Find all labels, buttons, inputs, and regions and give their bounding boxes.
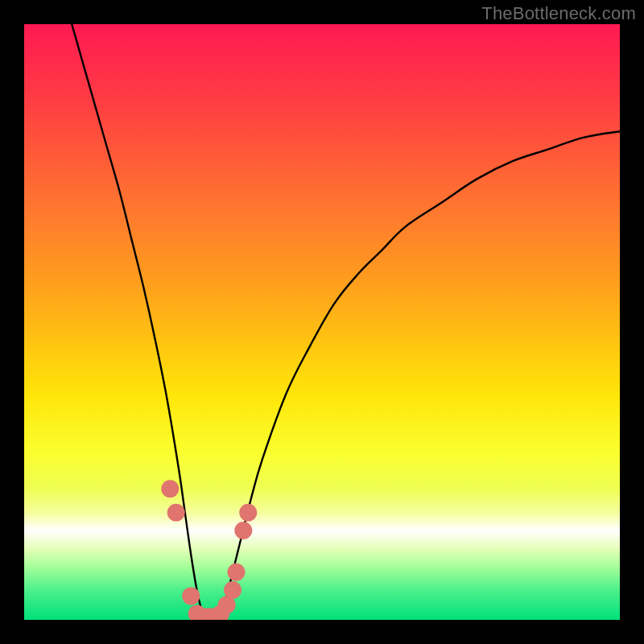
- plot-area: [24, 24, 620, 620]
- marker-dot: [182, 587, 200, 605]
- marker-dot: [161, 480, 179, 497]
- marker-dot: [227, 564, 245, 581]
- marker-dot: [167, 504, 185, 522]
- curve-layer: [24, 24, 620, 620]
- highlighted-points: [161, 480, 257, 620]
- marker-dot: [239, 504, 257, 522]
- watermark-text: TheBottleneck.com: [481, 3, 636, 24]
- marker-dot: [234, 522, 252, 539]
- bottleneck-curve-path: [72, 24, 620, 620]
- chart-frame: TheBottleneck.com: [0, 0, 644, 644]
- bottleneck-curve: [72, 24, 620, 620]
- marker-dot: [224, 581, 242, 599]
